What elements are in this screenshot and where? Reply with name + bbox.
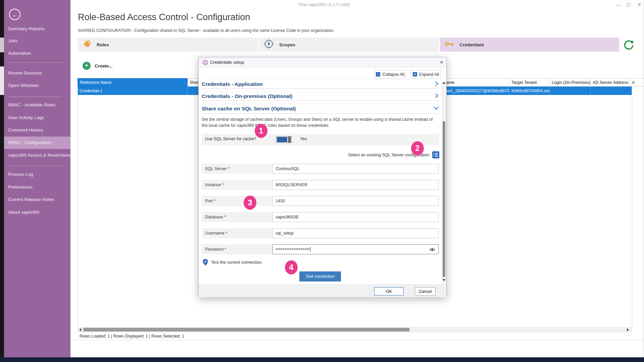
collapse-all-button[interactable]: − Collapse All bbox=[375, 70, 406, 79]
table-row-cell[interactable] bbox=[550, 87, 591, 95]
section-description: Set the central storage of cached data (… bbox=[202, 116, 434, 128]
use-sql-server-label: Use SQL Server for cache? bbox=[205, 137, 256, 141]
ok-button[interactable]: OK bbox=[374, 287, 404, 296]
show-password-eye-icon[interactable] bbox=[429, 247, 436, 253]
pin-check-icon bbox=[202, 259, 208, 266]
sidebar-item-about-sapio365[interactable]: About sapio365 bbox=[4, 208, 70, 217]
tag-icon bbox=[83, 40, 91, 50]
minimize-icon[interactable]: — bbox=[615, 1, 622, 8]
back-arrow-icon[interactable]: ← bbox=[9, 9, 20, 20]
tab-roles-label: Roles bbox=[97, 42, 109, 47]
annotation-badge-3: 3 bbox=[244, 196, 256, 210]
status-bar-text: Rows Loaded: 1 | Rows Displayed: 1 | Row… bbox=[80, 334, 184, 339]
scroll-right-icon[interactable] bbox=[627, 328, 629, 331]
port-input[interactable]: 1433 bbox=[273, 196, 439, 206]
section-share-cache-sql-server[interactable]: Share cache on SQL Server (Optional) bbox=[202, 104, 439, 114]
sql-config-list-icon[interactable] bbox=[432, 151, 439, 158]
sidebar-item-automation[interactable]: Automation bbox=[4, 49, 70, 58]
sapio365-logo-icon bbox=[202, 60, 208, 67]
username-input[interactable]: sql_setup bbox=[273, 228, 439, 238]
password-input[interactable]: ••••••••••••••••••• bbox=[273, 244, 439, 254]
column-header-login-on-premises[interactable]: Login (On-Premises) bbox=[550, 78, 591, 87]
table-row-cell-name-clipped[interactable]: ial1_250403203227@M365x8870 bbox=[446, 87, 509, 95]
sidebar-item-current-release-notes[interactable]: Current Release Notes bbox=[4, 195, 70, 204]
toggle-knob[interactable] bbox=[288, 137, 291, 143]
annotation-badge-2: 2 bbox=[411, 141, 424, 155]
table-border bbox=[78, 87, 78, 327]
column-header-target-tenant[interactable]: Target Tenant bbox=[509, 78, 550, 87]
maximize-icon[interactable] bbox=[627, 3, 630, 6]
column-header-ad-server-address[interactable]: AD Server Address ... bbox=[591, 78, 630, 87]
key-icon bbox=[445, 41, 454, 48]
tab-credentials-label: Credentials bbox=[459, 42, 484, 47]
window-right-edge bbox=[643, 0, 643, 357]
sidebar-item-rbac-available-roles[interactable]: RBAC - Available Roles bbox=[4, 101, 70, 109]
test-connection-button[interactable]: Test connection bbox=[299, 271, 341, 281]
sidebar-item-open-windows[interactable]: Open Windows bbox=[4, 81, 70, 90]
credentials-setup-dialog: Credentials setup ✕ − Collapse All + Exp… bbox=[198, 57, 447, 297]
username-label: Username * bbox=[202, 228, 272, 238]
sql-server-input[interactable]: ContosoSQL bbox=[273, 164, 439, 174]
table-row-cell[interactable] bbox=[591, 87, 632, 95]
create-plus-icon[interactable]: + bbox=[83, 62, 91, 70]
sidebar-item-preferences[interactable]: Preferences bbox=[4, 183, 70, 192]
column-header-clipped[interactable]: A bbox=[630, 78, 644, 87]
expand-all-button[interactable]: + Expand All bbox=[411, 70, 441, 79]
section-credentials-on-premises[interactable]: Credentials - On-premises (Optional) bbox=[202, 92, 439, 101]
sidebar-item-summary-reports[interactable]: Summary Reports bbox=[4, 24, 70, 33]
toggle-fill bbox=[277, 137, 287, 142]
sql-server-label: SQL Server * bbox=[202, 164, 272, 174]
taskbar-strip bbox=[0, 357, 644, 362]
dialog-scrollbar-thumb[interactable] bbox=[443, 121, 445, 277]
refresh-icon[interactable] bbox=[623, 39, 635, 51]
sidebar-item-user-activity-logs[interactable]: User Activity Logs bbox=[4, 113, 70, 122]
sidebar-item-rbac-configuration[interactable]: RBAC - Configuration bbox=[4, 138, 70, 147]
chevron-down-icon bbox=[434, 106, 439, 112]
tab-roles[interactable]: Roles bbox=[78, 38, 258, 52]
sidebar-item-comment-history[interactable]: Comment History bbox=[4, 126, 70, 135]
table-row-cell-reference-name[interactable]: Credential-1 bbox=[78, 87, 188, 95]
table-border bbox=[632, 95, 632, 327]
dialog-close-icon[interactable]: ✕ bbox=[439, 59, 445, 65]
sidebar-divider bbox=[8, 62, 62, 63]
annotation-badge-4: 4 bbox=[285, 260, 298, 274]
password-label: Password * bbox=[202, 244, 272, 254]
text-caret bbox=[310, 247, 310, 252]
sidebar-item-recent-sessions[interactable]: Recent Sessions bbox=[4, 69, 70, 77]
select-existing-config-label: Select an existing SQL Server configurat… bbox=[202, 153, 430, 157]
scroll-down-icon[interactable] bbox=[442, 279, 446, 281]
status-bar-border bbox=[70, 340, 644, 340]
column-header-name-clipped[interactable]: ame bbox=[446, 78, 509, 87]
collapse-minus-icon: − bbox=[376, 72, 380, 76]
background-desktop-strip bbox=[0, 0, 4, 357]
tab-credentials[interactable]: Credentials bbox=[440, 38, 619, 52]
close-icon[interactable]: ✕ bbox=[636, 1, 643, 8]
sidebar-item-process-log[interactable]: Process Log bbox=[4, 170, 70, 179]
window-title: Ytria sapio365 v3.1.0 (x64) bbox=[298, 2, 350, 7]
instance-label: Instance * bbox=[202, 180, 272, 190]
chevron-right-icon bbox=[435, 81, 439, 88]
tab-scopes-label: Scopes bbox=[279, 42, 295, 47]
sidebar-item-jobs[interactable]: Jobs bbox=[4, 37, 70, 45]
scroll-left-icon[interactable] bbox=[79, 328, 81, 331]
chevron-right-icon bbox=[435, 93, 439, 100]
background-window-fragment bbox=[0, 38, 4, 52]
page-subtitle: SHARED CONFIGURATION - Configuration sha… bbox=[78, 28, 334, 33]
page-title: Role-Based Access Control - Configuratio… bbox=[78, 12, 250, 22]
section-title: Share cache on SQL Server (Optional) bbox=[202, 106, 296, 112]
table-row-cell-target-tenant[interactable]: M365x88704954.onm bbox=[509, 87, 550, 95]
column-header-reference-name[interactable]: Reference Name bbox=[78, 78, 188, 87]
database-input[interactable]: sapio365DB bbox=[273, 212, 439, 222]
app-window: Ytria sapio365 v3.1.0 (x64) — ✕ ← Summar… bbox=[0, 0, 644, 362]
section-title: Credentials - Application bbox=[202, 81, 263, 87]
scroll-up-icon[interactable] bbox=[442, 82, 446, 84]
sidebar-divider bbox=[8, 97, 62, 97]
sidebar-item-sapio365-access-restrictions[interactable]: sapio365 Access & Restrictions bbox=[4, 151, 70, 160]
cancel-button[interactable]: Cancel bbox=[415, 287, 436, 296]
collapse-all-label: Collapse All bbox=[382, 72, 404, 77]
horizontal-scrollbar-thumb[interactable] bbox=[83, 328, 409, 331]
section-credentials-application[interactable]: Credentials - Application bbox=[202, 80, 439, 89]
tab-scopes[interactable]: Scopes bbox=[259, 38, 439, 52]
create-button[interactable]: Create... bbox=[95, 63, 112, 68]
instance-input[interactable]: MSSQLSERVER bbox=[273, 180, 439, 190]
